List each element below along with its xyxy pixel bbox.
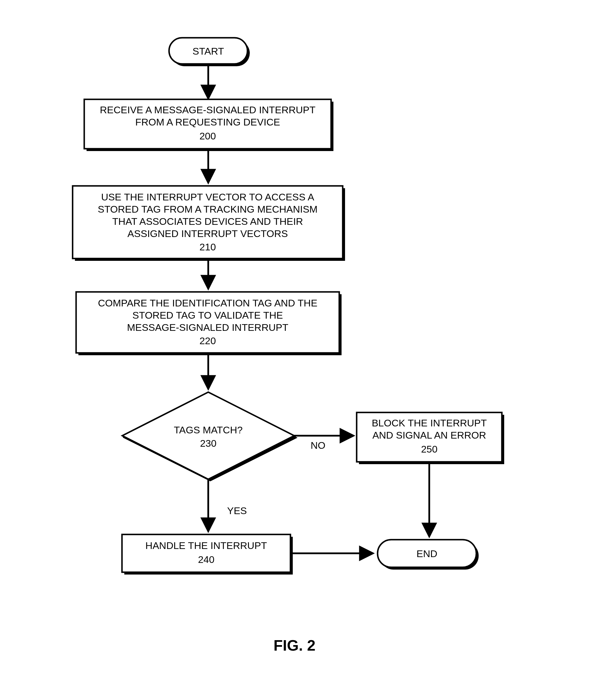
process-220: COMPARE THE IDENTIFICATION TAG AND THE S… — [76, 292, 342, 355]
process-210: USE THE INTERRUPT VECTOR TO ACCESS A STO… — [72, 186, 345, 261]
s250-l2: AND SIGNAL AN ERROR — [372, 429, 486, 441]
s210-num: 210 — [200, 241, 216, 252]
s250-l1: BLOCK THE INTERRUPT — [372, 417, 487, 428]
s250-num: 250 — [421, 444, 438, 455]
s240-num: 240 — [198, 554, 215, 565]
process-250: BLOCK THE INTERRUPT AND SIGNAL AN ERROR … — [357, 412, 504, 464]
svg-marker-9 — [122, 392, 294, 479]
figure-label: FIG. 2 — [273, 637, 316, 654]
end-label: END — [416, 548, 437, 559]
terminal-start: START — [169, 38, 250, 66]
s200-l1: RECEIVE A MESSAGE-SIGNALED INTERRUPT — [100, 104, 316, 115]
process-240: HANDLE THE INTERRUPT 240 — [122, 534, 293, 574]
s220-l3: MESSAGE-SIGNALED INTERRUPT — [127, 322, 288, 333]
start-label: START — [193, 46, 224, 57]
decision-230: TAGS MATCH? 230 — [122, 392, 298, 481]
s210-l2: STORED TAG FROM A TRACKING MECHANISM — [98, 204, 318, 215]
edge-230-no-250: NO — [294, 436, 354, 451]
s210-l3: THAT ASSOCIATES DEVICES AND THEIR — [113, 216, 303, 227]
s220-l1: COMPARE THE IDENTIFICATION TAG AND THE — [98, 298, 318, 309]
terminal-end: END — [378, 540, 478, 570]
s220-num: 220 — [200, 335, 216, 346]
s200-num: 200 — [200, 130, 216, 142]
flowchart: START RECEIVE A MESSAGE-SIGNALED INTERRU… — [0, 0, 589, 700]
process-200: RECEIVE A MESSAGE-SIGNALED INTERRUPT FRO… — [84, 99, 334, 151]
s200-l2: FROM A REQUESTING DEVICE — [135, 117, 280, 128]
label-yes: YES — [227, 505, 247, 516]
label-no: NO — [311, 440, 326, 451]
decision-q: TAGS MATCH? — [174, 424, 243, 435]
decision-num: 230 — [200, 438, 217, 449]
s210-l4: ASSIGNED INTERRUPT VECTORS — [128, 228, 288, 239]
s220-l2: STORED TAG TO VALIDATE THE — [133, 310, 283, 321]
s210-l1: USE THE INTERRUPT VECTOR TO ACCESS A — [101, 191, 314, 202]
s240-l1: HANDLE THE INTERRUPT — [146, 540, 267, 551]
edge-230-yes-240: YES — [208, 479, 247, 532]
